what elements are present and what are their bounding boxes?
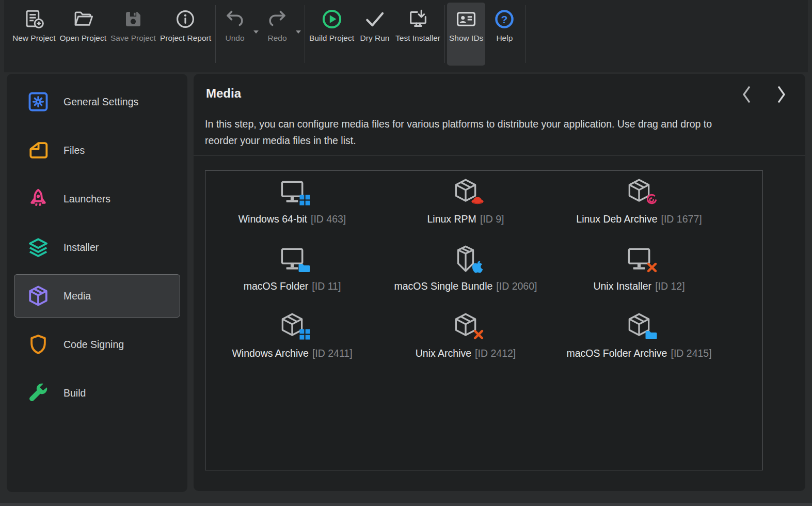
toolbar-separator (305, 5, 305, 63)
windows-monitor-icon (277, 177, 307, 207)
media-item-id: [ID 2415] (671, 347, 711, 359)
test-installer-label: Test Installer (395, 33, 440, 43)
tall-package-box-icon (451, 244, 481, 274)
sidebar-item-label: General Settings (63, 96, 138, 108)
toolbar-separator (215, 5, 216, 63)
save-project-button[interactable]: Save Project (108, 3, 158, 66)
save-project-icon (122, 8, 145, 30)
rocket-icon (27, 187, 50, 210)
redo-icon (266, 8, 289, 30)
media-item-id: [ID 2412] (475, 347, 516, 359)
show-ids-label: Show IDs (449, 33, 483, 43)
undo-dropdown-arrow[interactable] (252, 29, 260, 35)
media-item[interactable]: Windows Archive[ID 2411] (205, 311, 379, 378)
sidebar-item-launchers[interactable]: Launchers (7, 175, 187, 223)
media-item-id: [ID 2060] (496, 280, 537, 292)
open-project-icon (72, 8, 94, 30)
dry-run-label: Dry Run (360, 33, 390, 43)
media-item-id: [ID 2411] (312, 347, 353, 359)
monitor-download-icon (407, 8, 429, 30)
media-item-name: macOS Folder (244, 280, 309, 292)
window-bottom-edge (0, 503, 812, 506)
media-item[interactable]: Windows 64-bit[ID 463] (205, 177, 379, 244)
sidebar-item-label: Code Signing (63, 339, 124, 351)
media-item[interactable]: Unix Installer[ID 12] (552, 244, 726, 311)
windows-logo-badge (299, 328, 311, 340)
media-item-id: [ID 463] (311, 213, 346, 225)
sidebar-item-label: Files (63, 145, 85, 156)
sidebar-item-build[interactable]: Build (7, 369, 187, 417)
show-ids-toggle[interactable]: Show IDs (447, 3, 485, 66)
media-item-name: Linux RPM (427, 213, 476, 225)
save-project-label: Save Project (110, 33, 156, 43)
debian-swirl-badge (645, 194, 658, 206)
apple-logo-badge (472, 260, 484, 273)
project-report-icon (174, 8, 197, 30)
undo-label: Undo (225, 33, 244, 43)
header-divider (194, 155, 805, 156)
help-button[interactable]: ? Help (485, 3, 523, 66)
sidebar-item-installer[interactable]: Installer (7, 223, 187, 272)
page-title: Media (206, 86, 241, 101)
media-item-name: Windows Archive (232, 347, 308, 359)
media-item[interactable]: Linux RPM[ID 9] (379, 177, 552, 244)
red-hat-badge (471, 195, 484, 206)
folder-badge (298, 263, 311, 273)
steps-sidebar: General Settings Files (7, 74, 187, 492)
media-item-id: [ID 11] (312, 280, 341, 292)
media-item[interactable]: macOS Folder[ID 11] (205, 244, 379, 311)
sidebar-item-files[interactable]: Files (7, 126, 187, 175)
toolbar-separator (526, 5, 526, 63)
help-label: Help (496, 33, 513, 43)
media-item[interactable]: macOS Single Bundle[ID 2060] (379, 244, 552, 311)
svg-text:?: ? (501, 13, 508, 25)
build-project-label: Build Project (309, 33, 354, 43)
media-item[interactable]: macOS Folder Archive[ID 2415] (552, 311, 726, 378)
sidebar-item-label: Media (63, 290, 91, 302)
project-report-label: Project Report (160, 33, 211, 43)
package-box-icon (277, 311, 307, 341)
new-project-icon (23, 8, 45, 30)
sidebar-item-label: Build (63, 387, 86, 399)
media-item-name: Linux Deb Archive (576, 213, 657, 225)
next-step-button[interactable] (771, 83, 792, 106)
sidebar-item-code-signing[interactable]: Code Signing (7, 320, 187, 369)
sidebar-item-media[interactable]: Media (7, 272, 187, 320)
media-item-id: [ID 1677] (661, 213, 702, 225)
layers-icon (27, 236, 50, 259)
package-box-icon (624, 311, 654, 341)
unix-x-badge (473, 329, 484, 340)
previous-step-button[interactable] (736, 83, 757, 106)
media-item-name: Unix Archive (416, 347, 471, 359)
undo-icon (224, 8, 246, 30)
sidebar-item-general-settings[interactable]: General Settings (7, 77, 187, 126)
monitor-icon (277, 244, 307, 274)
redo-dropdown-arrow[interactable] (294, 29, 302, 35)
media-item[interactable]: Unix Archive[ID 2412] (379, 311, 552, 378)
media-item[interactable]: Linux Deb Archive[ID 1677] (552, 177, 726, 244)
media-item-name: Unix Installer (593, 280, 651, 292)
media-item-name: macOS Single Bundle (394, 280, 493, 292)
dry-run-button[interactable]: Dry Run (356, 3, 393, 66)
folder-badge (645, 330, 658, 340)
undo-button[interactable]: Undo (218, 3, 252, 66)
sidebar-item-label: Launchers (63, 193, 110, 205)
redo-button[interactable]: Redo (260, 3, 294, 66)
new-project-button[interactable]: New Project (10, 3, 58, 66)
media-item-id: [ID 9] (480, 213, 504, 225)
main-toolbar: New Project Open Project Save Project (4, 0, 808, 72)
package-box-icon (27, 284, 50, 307)
open-project-button[interactable]: Open Project (58, 3, 108, 66)
package-box-icon (624, 177, 654, 207)
help-icon: ? (493, 8, 516, 30)
media-step-panel: Media In this step, you can configure me… (194, 74, 805, 491)
files-icon (27, 139, 50, 162)
test-installer-button[interactable]: Test Installer (393, 3, 442, 66)
media-item-id: [ID 12] (655, 280, 684, 292)
sidebar-item-label: Installer (63, 242, 99, 254)
project-report-button[interactable]: Project Report (158, 3, 213, 66)
general-settings-icon (27, 90, 50, 113)
open-project-label: Open Project (60, 33, 106, 43)
build-project-button[interactable]: Build Project (307, 3, 356, 66)
package-box-icon (451, 177, 481, 207)
